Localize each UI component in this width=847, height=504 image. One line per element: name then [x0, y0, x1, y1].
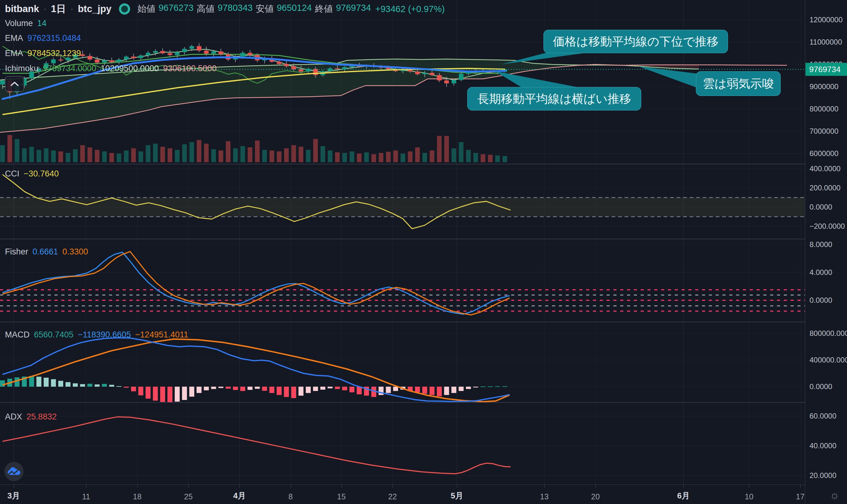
- time-axis-tick: [14, 485, 14, 488]
- macd-hist-value: 6560.7405: [34, 330, 74, 340]
- price-axis-label[interactable]: 0.0000: [810, 203, 832, 212]
- ohlc-label: 終値: [315, 3, 333, 15]
- separator-dot: ·: [43, 3, 47, 15]
- ichimoku-value-3: 9306100.5000: [163, 64, 216, 73]
- macd-label: MACD: [5, 330, 30, 340]
- adx-value: 25.8832: [27, 412, 57, 422]
- symbol-header[interactable]: bitbank · 1日 · btc_jpy 始値9676273高値978034…: [5, 2, 445, 16]
- time-axis-label[interactable]: 10: [745, 492, 754, 501]
- cci-value: −30.7640: [24, 169, 59, 179]
- time-axis-tick: [341, 485, 342, 488]
- price-axis-label[interactable]: −200.0000: [810, 222, 845, 231]
- time-axis-tick: [290, 485, 291, 488]
- ema-label: EMA: [5, 33, 23, 43]
- price-axis-label[interactable]: 4.0000: [810, 268, 832, 277]
- time-axis-tick: [240, 485, 240, 488]
- tradingview-logo[interactable]: [4, 462, 23, 481]
- ema-slow-value: 9784532.1239: [28, 49, 81, 58]
- time-axis-tick: [800, 485, 800, 488]
- annotation-bearish-cloud[interactable]: 雲は弱気示唆: [696, 71, 781, 96]
- annotation-tail-cloud: [638, 66, 698, 88]
- macd-signal-value: −124951.4011: [135, 330, 188, 340]
- time-axis-label[interactable]: 11: [82, 492, 90, 501]
- trading-chart-app: bitbank · 1日 · btc_jpy 始値9676273高値978034…: [0, 0, 847, 504]
- ohlc-label: 始値: [138, 3, 156, 15]
- time-axis-label[interactable]: 4月: [233, 490, 246, 501]
- legend-ichimoku[interactable]: Ichimoku 9769734.0000 10209500.0000 9306…: [5, 64, 216, 73]
- price-axis-label[interactable]: 13000000: [810, 0, 843, 1]
- ichimoku-value-2: 10209500.0000: [101, 64, 159, 73]
- ichimoku-value-1: 9769734.0000: [43, 64, 96, 73]
- legend-ema-slow[interactable]: EMA 9784532.1239: [5, 49, 81, 58]
- annotation-flat-longterm-ma[interactable]: 長期移動平均線は横ばい推移: [467, 87, 641, 110]
- price-axis-label[interactable]: 8000000: [810, 105, 838, 113]
- time-axis-label[interactable]: 8: [288, 492, 293, 501]
- fisher-value-2: 0.3300: [63, 247, 88, 257]
- ema-fast-value: 9762315.0484: [28, 33, 81, 43]
- exchange-name[interactable]: bitbank: [5, 3, 39, 15]
- last-price-tag: 9769734: [806, 63, 847, 76]
- ohlc-value: 9676273: [159, 3, 194, 15]
- price-axis-label[interactable]: 400000.0000: [810, 356, 847, 364]
- legend-adx[interactable]: ADX 25.8832: [5, 412, 57, 422]
- legend-cci[interactable]: CCI −30.7640: [5, 169, 59, 179]
- annotation-price-below-ma[interactable]: 価格は移動平均線の下位で推移: [543, 30, 728, 53]
- price-axis-label[interactable]: 800000.0000: [810, 329, 847, 338]
- price-axis-label[interactable]: 0.0000: [810, 382, 832, 391]
- legend-ema-fast[interactable]: EMA 9762315.0484: [5, 33, 81, 43]
- ohlc-value: 9650124: [277, 3, 312, 15]
- fisher-label: Fisher: [5, 247, 28, 257]
- time-axis-tick: [86, 485, 86, 488]
- price-axis-label[interactable]: 200.0000: [810, 184, 841, 192]
- time-axis-label[interactable]: 25: [184, 492, 193, 501]
- time-axis-label[interactable]: 20: [591, 492, 600, 501]
- time-axis-tick: [137, 485, 138, 488]
- price-axis-label[interactable]: 12000000: [810, 16, 843, 24]
- volume-value: 14: [37, 19, 47, 28]
- price-axis-label[interactable]: 11000000: [810, 38, 842, 47]
- market-status-icon[interactable]: [119, 3, 130, 15]
- time-axis-label[interactable]: 18: [133, 492, 142, 501]
- price-axis-label[interactable]: 8.0000: [810, 240, 832, 249]
- axis-settings-icon[interactable]: ☼: [829, 488, 840, 502]
- ohlc-value: 9780343: [218, 3, 253, 15]
- price-axis[interactable]: 1300000012000000110000001000000090000008…: [805, 0, 847, 504]
- price-axis-label[interactable]: 20.0000: [810, 471, 836, 480]
- legend-volume[interactable]: Volume 14: [5, 19, 47, 28]
- cci-label: CCI: [5, 169, 19, 179]
- interval-selector[interactable]: 1日: [51, 2, 66, 16]
- adx-label: ADX: [5, 412, 22, 422]
- price-axis-label[interactable]: 6000000: [810, 149, 838, 158]
- time-axis-tick: [188, 485, 189, 488]
- ohlc-label: 高値: [197, 3, 215, 15]
- legend-macd[interactable]: MACD 6560.7405 −118390.6605 −124951.4011: [5, 330, 188, 340]
- price-axis-label[interactable]: 400.0000: [810, 164, 841, 173]
- time-axis-label[interactable]: 17: [796, 492, 805, 501]
- price-axis-label[interactable]: 60.0000: [810, 412, 836, 420]
- time-axis-label[interactable]: 22: [388, 492, 397, 501]
- time-axis-label[interactable]: 5月: [451, 490, 463, 501]
- time-axis-label[interactable]: 3月: [7, 490, 20, 501]
- fisher-value-1: 0.6661: [33, 247, 58, 257]
- ohlc-value: 9769734: [336, 3, 371, 15]
- time-axis-label[interactable]: 6月: [677, 490, 690, 501]
- time-axis-label[interactable]: 13: [540, 492, 549, 501]
- ema-label: EMA: [5, 49, 23, 58]
- change-readout: +93462 (+0.97%): [375, 4, 445, 14]
- pair-name[interactable]: btc_jpy: [78, 3, 111, 15]
- separator-dot: ·: [70, 3, 73, 15]
- ichimoku-label: Ichimoku: [5, 64, 38, 73]
- macd-line-value: −118390.6605: [78, 330, 131, 340]
- time-axis[interactable]: 3月1118254月815225月13206月1017: [0, 485, 847, 504]
- price-axis-label[interactable]: 7000000: [810, 127, 838, 136]
- time-axis-label[interactable]: 15: [337, 492, 346, 501]
- price-axis-label[interactable]: 0.0000: [810, 296, 832, 305]
- time-axis-tick: [457, 485, 457, 488]
- price-axis-label[interactable]: 9000000: [810, 82, 838, 91]
- time-axis-tick: [544, 485, 545, 488]
- price-axis-label[interactable]: 40.0000: [810, 442, 836, 450]
- legend-fisher[interactable]: Fisher 0.6661 0.3300: [5, 247, 88, 257]
- collapse-panel-button[interactable]: [5, 76, 24, 92]
- ohlc-label: 安値: [255, 3, 273, 15]
- volume-label: Volume: [5, 19, 33, 28]
